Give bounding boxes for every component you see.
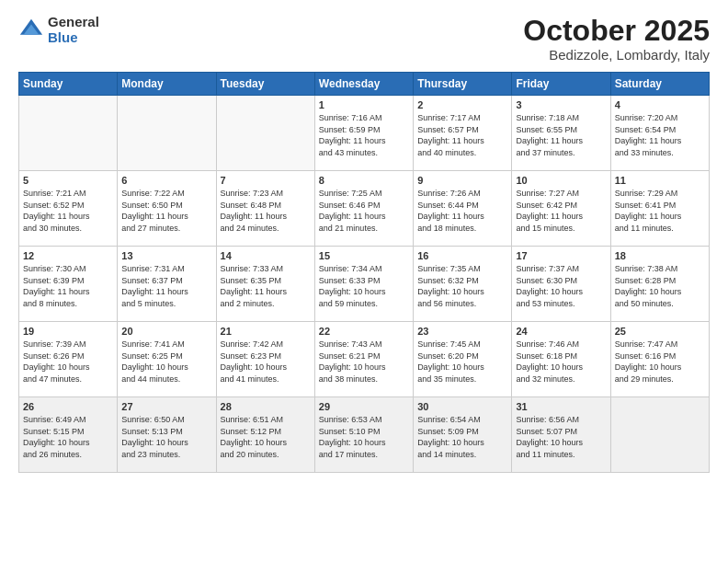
logo-general: General xyxy=(48,15,99,30)
weekday-header-thursday: Thursday xyxy=(414,73,512,96)
day-info: Sunrise: 7:17 AMSunset: 6:57 PMDaylight:… xyxy=(417,112,507,158)
day-info: Sunrise: 7:16 AMSunset: 6:59 PMDaylight:… xyxy=(319,112,409,158)
day-info: Sunrise: 7:18 AMSunset: 6:55 PMDaylight:… xyxy=(516,112,606,158)
calendar-cell: 15Sunrise: 7:34 AMSunset: 6:33 PMDayligh… xyxy=(314,247,413,322)
day-number: 13 xyxy=(121,250,211,261)
calendar-week-1: 1Sunrise: 7:16 AMSunset: 6:59 PMDaylight… xyxy=(19,96,710,171)
day-number: 29 xyxy=(319,401,409,412)
weekday-header-friday: Friday xyxy=(512,73,610,96)
calendar-week-4: 19Sunrise: 7:39 AMSunset: 6:26 PMDayligh… xyxy=(19,322,710,397)
day-number: 17 xyxy=(516,250,606,261)
title-block: October 2025 Bedizzole, Lombardy, Italy xyxy=(523,15,710,63)
day-number: 15 xyxy=(319,250,409,261)
day-number: 22 xyxy=(319,326,409,337)
day-number: 26 xyxy=(23,401,113,412)
day-number: 24 xyxy=(516,326,606,337)
calendar-table: SundayMondayTuesdayWednesdayThursdayFrid… xyxy=(18,72,710,473)
calendar-cell: 16Sunrise: 7:35 AMSunset: 6:32 PMDayligh… xyxy=(414,247,512,322)
day-info: Sunrise: 7:35 AMSunset: 6:32 PMDaylight:… xyxy=(417,263,507,309)
calendar-cell: 24Sunrise: 7:46 AMSunset: 6:18 PMDayligh… xyxy=(512,322,610,397)
day-number: 25 xyxy=(615,326,705,337)
day-number: 6 xyxy=(121,175,211,186)
day-info: Sunrise: 7:23 AMSunset: 6:48 PMDaylight:… xyxy=(221,188,311,234)
weekday-header-wednesday: Wednesday xyxy=(314,73,413,96)
day-info: Sunrise: 6:49 AMSunset: 5:15 PMDaylight:… xyxy=(23,414,113,460)
day-number: 28 xyxy=(221,401,311,412)
weekday-header-row: SundayMondayTuesdayWednesdayThursdayFrid… xyxy=(19,73,710,96)
day-number: 30 xyxy=(417,401,507,412)
day-number: 9 xyxy=(417,175,507,186)
calendar-week-3: 12Sunrise: 7:30 AMSunset: 6:39 PMDayligh… xyxy=(19,247,710,322)
calendar-cell: 1Sunrise: 7:16 AMSunset: 6:59 PMDaylight… xyxy=(314,96,413,171)
day-info: Sunrise: 7:33 AMSunset: 6:35 PMDaylight:… xyxy=(221,263,311,309)
day-number: 14 xyxy=(221,250,311,261)
day-number: 18 xyxy=(615,250,705,261)
day-info: Sunrise: 7:31 AMSunset: 6:37 PMDaylight:… xyxy=(121,263,211,309)
day-info: Sunrise: 7:34 AMSunset: 6:33 PMDaylight:… xyxy=(319,263,409,309)
day-info: Sunrise: 6:50 AMSunset: 5:13 PMDaylight:… xyxy=(121,414,211,460)
day-number: 19 xyxy=(23,326,113,337)
logo-text: General Blue xyxy=(48,15,99,45)
title-location: Bedizzole, Lombardy, Italy xyxy=(523,47,710,63)
day-number: 20 xyxy=(121,326,211,337)
calendar-cell: 5Sunrise: 7:21 AMSunset: 6:52 PMDaylight… xyxy=(19,171,118,247)
weekday-header-sunday: Sunday xyxy=(19,73,118,96)
calendar-cell: 29Sunrise: 6:53 AMSunset: 5:10 PMDayligh… xyxy=(314,397,413,473)
day-info: Sunrise: 6:53 AMSunset: 5:10 PMDaylight:… xyxy=(319,414,409,460)
day-number: 7 xyxy=(221,175,311,186)
day-info: Sunrise: 7:38 AMSunset: 6:28 PMDaylight:… xyxy=(615,263,705,309)
calendar-cell: 7Sunrise: 7:23 AMSunset: 6:48 PMDaylight… xyxy=(216,171,314,247)
calendar-cell: 9Sunrise: 7:26 AMSunset: 6:44 PMDaylight… xyxy=(414,171,512,247)
day-info: Sunrise: 7:43 AMSunset: 6:21 PMDaylight:… xyxy=(319,339,409,385)
day-number: 11 xyxy=(615,175,705,186)
day-info: Sunrise: 7:41 AMSunset: 6:25 PMDaylight:… xyxy=(121,339,211,385)
calendar-cell: 4Sunrise: 7:20 AMSunset: 6:54 PMDaylight… xyxy=(610,96,709,171)
calendar-cell: 30Sunrise: 6:54 AMSunset: 5:09 PMDayligh… xyxy=(414,397,512,473)
calendar-cell: 31Sunrise: 6:56 AMSunset: 5:07 PMDayligh… xyxy=(512,397,610,473)
day-info: Sunrise: 7:39 AMSunset: 6:26 PMDaylight:… xyxy=(23,339,113,385)
day-number: 23 xyxy=(417,326,507,337)
logo-blue: Blue xyxy=(48,30,99,46)
day-info: Sunrise: 6:54 AMSunset: 5:09 PMDaylight:… xyxy=(417,414,507,460)
calendar-cell: 25Sunrise: 7:47 AMSunset: 6:16 PMDayligh… xyxy=(610,322,709,397)
calendar-cell: 2Sunrise: 7:17 AMSunset: 6:57 PMDaylight… xyxy=(414,96,512,171)
page: General Blue October 2025 Bedizzole, Lom… xyxy=(0,0,728,563)
calendar-cell xyxy=(19,96,118,171)
calendar-cell: 10Sunrise: 7:27 AMSunset: 6:42 PMDayligh… xyxy=(512,171,610,247)
day-info: Sunrise: 6:56 AMSunset: 5:07 PMDaylight:… xyxy=(516,414,606,460)
weekday-header-monday: Monday xyxy=(118,73,216,96)
day-number: 5 xyxy=(23,175,113,186)
day-number: 3 xyxy=(516,99,606,110)
calendar-cell: 28Sunrise: 6:51 AMSunset: 5:12 PMDayligh… xyxy=(216,397,314,473)
day-info: Sunrise: 7:30 AMSunset: 6:39 PMDaylight:… xyxy=(23,263,113,309)
calendar-cell: 11Sunrise: 7:29 AMSunset: 6:41 PMDayligh… xyxy=(610,171,709,247)
calendar-cell: 6Sunrise: 7:22 AMSunset: 6:50 PMDaylight… xyxy=(118,171,216,247)
calendar-cell: 26Sunrise: 6:49 AMSunset: 5:15 PMDayligh… xyxy=(19,397,118,473)
title-month: October 2025 xyxy=(523,15,710,47)
weekday-header-tuesday: Tuesday xyxy=(216,73,314,96)
calendar-cell: 21Sunrise: 7:42 AMSunset: 6:23 PMDayligh… xyxy=(216,322,314,397)
calendar-cell: 27Sunrise: 6:50 AMSunset: 5:13 PMDayligh… xyxy=(118,397,216,473)
day-info: Sunrise: 7:26 AMSunset: 6:44 PMDaylight:… xyxy=(417,188,507,234)
day-number: 27 xyxy=(121,401,211,412)
day-info: Sunrise: 7:29 AMSunset: 6:41 PMDaylight:… xyxy=(615,188,705,234)
day-info: Sunrise: 7:45 AMSunset: 6:20 PMDaylight:… xyxy=(417,339,507,385)
day-number: 1 xyxy=(319,99,409,110)
calendar-cell: 18Sunrise: 7:38 AMSunset: 6:28 PMDayligh… xyxy=(610,247,709,322)
logo: General Blue xyxy=(18,15,99,45)
day-info: Sunrise: 7:20 AMSunset: 6:54 PMDaylight:… xyxy=(615,112,705,158)
day-info: Sunrise: 7:42 AMSunset: 6:23 PMDaylight:… xyxy=(221,339,311,385)
calendar-cell xyxy=(118,96,216,171)
day-number: 21 xyxy=(221,326,311,337)
calendar-cell xyxy=(216,96,314,171)
weekday-header-saturday: Saturday xyxy=(610,73,709,96)
calendar-cell: 20Sunrise: 7:41 AMSunset: 6:25 PMDayligh… xyxy=(118,322,216,397)
day-number: 12 xyxy=(23,250,113,261)
calendar-cell: 12Sunrise: 7:30 AMSunset: 6:39 PMDayligh… xyxy=(19,247,118,322)
day-info: Sunrise: 7:47 AMSunset: 6:16 PMDaylight:… xyxy=(615,339,705,385)
day-number: 8 xyxy=(319,175,409,186)
day-info: Sunrise: 7:21 AMSunset: 6:52 PMDaylight:… xyxy=(23,188,113,234)
calendar-cell: 8Sunrise: 7:25 AMSunset: 6:46 PMDaylight… xyxy=(314,171,413,247)
header: General Blue October 2025 Bedizzole, Lom… xyxy=(18,15,710,63)
calendar-cell: 13Sunrise: 7:31 AMSunset: 6:37 PMDayligh… xyxy=(118,247,216,322)
